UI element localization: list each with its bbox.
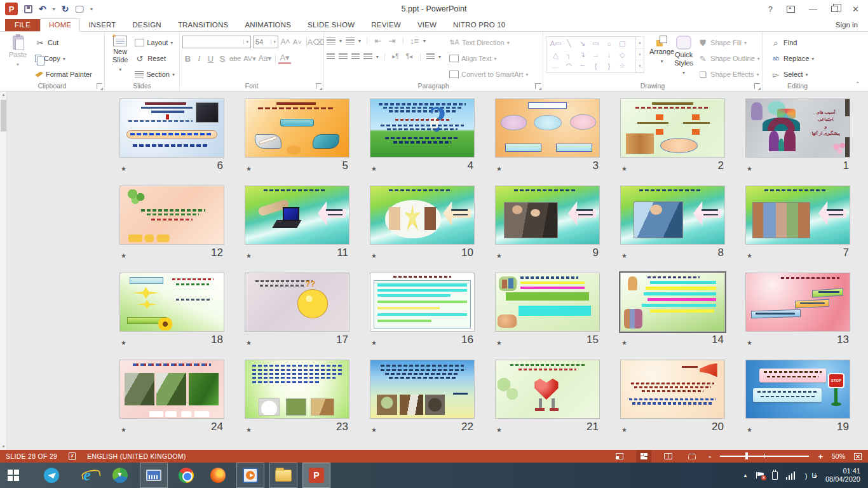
tab-transitions[interactable]: TRANSITIONS bbox=[170, 19, 237, 31]
slide-thumbnail[interactable]: STOP bbox=[745, 360, 850, 419]
tab-home[interactable]: HOME bbox=[40, 18, 80, 32]
slide-thumbnail[interactable] bbox=[119, 186, 224, 245]
tab-insert[interactable]: INSERT bbox=[80, 19, 124, 31]
slide-thumbnail[interactable] bbox=[620, 360, 725, 419]
new-slide-button[interactable]: New Slide▾ bbox=[107, 34, 133, 74]
replace-button[interactable]: abReplace▾ bbox=[769, 51, 816, 65]
zoom-slider-handle[interactable] bbox=[745, 452, 748, 459]
scroll-down-icon[interactable]: ▾ bbox=[0, 444, 7, 449]
tab-view[interactable]: VIEW bbox=[409, 19, 445, 31]
taskbar-chrome[interactable] bbox=[173, 463, 200, 488]
slide-thumbnail[interactable] bbox=[119, 273, 224, 332]
format-painter-button[interactable]: Format Painter bbox=[33, 67, 94, 81]
shape-effects-button[interactable]: ❏Shape Effects▾ bbox=[696, 67, 762, 81]
fit-slide-to-window-icon[interactable] bbox=[854, 453, 862, 460]
taskbar-powerpoint[interactable]: P bbox=[302, 463, 330, 488]
slide-thumbnail[interactable] bbox=[745, 186, 850, 245]
zoom-in-button[interactable]: + bbox=[818, 452, 823, 461]
slide-thumbnail[interactable] bbox=[245, 186, 349, 245]
align-text-button[interactable]: Align Text▾ bbox=[447, 51, 530, 65]
arrow-shape-icon[interactable]: ↘ bbox=[576, 38, 589, 49]
align-right-icon[interactable] bbox=[351, 53, 360, 60]
copy-button[interactable]: Copy▾ bbox=[33, 51, 94, 65]
line-spacing-icon[interactable]: ↕≡ bbox=[409, 36, 419, 46]
language-indicator[interactable]: ENGLISH (UNITED KINGDOM) bbox=[87, 452, 186, 460]
taskbar-download-manager[interactable] bbox=[107, 463, 133, 488]
increase-indent-icon[interactable]: ⇥ bbox=[387, 36, 397, 46]
shape-outline-button[interactable]: ✎Shape Outline▾ bbox=[696, 51, 762, 65]
numbering-icon[interactable] bbox=[346, 37, 355, 44]
taskbar-file-explorer[interactable] bbox=[269, 463, 297, 488]
taskbar-telegram[interactable] bbox=[38, 463, 65, 488]
slide-thumbnail[interactable] bbox=[370, 186, 475, 245]
taskbar-firefox[interactable] bbox=[205, 463, 231, 488]
right-arrow-shape-icon[interactable]: → bbox=[589, 50, 602, 60]
tab-file[interactable]: FILE bbox=[5, 19, 40, 31]
taskbar-clock[interactable]: 01:41 08/04/2020 bbox=[825, 467, 860, 484]
character-spacing-button[interactable]: AV▾ bbox=[243, 55, 257, 63]
align-left-icon[interactable] bbox=[327, 53, 335, 60]
zoom-level[interactable]: 50% bbox=[832, 452, 845, 460]
network-signal-icon[interactable] bbox=[786, 471, 796, 480]
slide-thumbnail[interactable] bbox=[495, 360, 600, 419]
slide-thumbnail[interactable]: ?? bbox=[245, 273, 349, 332]
italic-button[interactable]: I bbox=[194, 53, 205, 64]
slide-thumbnail[interactable] bbox=[245, 98, 349, 158]
shapes-gallery[interactable]: A▭╲↘▭○▢ △┐↴→↓◇ ﹏◠∼{}☆ bbox=[546, 36, 636, 73]
drawing-dialog-launcher[interactable] bbox=[754, 83, 760, 89]
zoom-slider[interactable] bbox=[720, 456, 809, 457]
tab-animations[interactable]: ANIMATIONS bbox=[236, 19, 299, 31]
triangle-shape-icon[interactable]: △ bbox=[549, 50, 562, 60]
elbow-arrow-connector-icon[interactable]: ↴ bbox=[576, 50, 589, 60]
cut-button[interactable]: ✂Cut bbox=[33, 36, 94, 50]
justify-icon[interactable] bbox=[363, 53, 372, 60]
clipboard-dialog-launcher[interactable] bbox=[97, 83, 102, 89]
tab-design[interactable]: DESIGN bbox=[125, 19, 170, 31]
bullets-icon[interactable] bbox=[327, 37, 336, 44]
start-from-beginning-icon[interactable]: 🖵 bbox=[75, 4, 84, 13]
underline-button[interactable]: U bbox=[205, 54, 216, 64]
zoom-out-button[interactable]: - bbox=[709, 452, 711, 461]
line-shape-icon[interactable]: ╲ bbox=[562, 38, 576, 49]
rounded-rectangle-shape-icon[interactable]: ▢ bbox=[616, 38, 629, 49]
tray-expand-icon[interactable]: ▲ bbox=[743, 473, 748, 478]
slide-thumbnail[interactable] bbox=[119, 98, 224, 158]
rtl-direction-icon[interactable]: ¶◂ bbox=[404, 51, 414, 62]
slide-thumbnail[interactable] bbox=[370, 360, 475, 419]
vertical-scrollbar[interactable]: ▴ ▾ bbox=[0, 92, 7, 450]
slide-thumbnail[interactable] bbox=[495, 186, 600, 245]
help-button[interactable]: ? bbox=[768, 5, 773, 13]
columns-icon[interactable] bbox=[426, 53, 435, 60]
shapes-gallery-scrollbar[interactable]: ▲▼▼̲ bbox=[636, 36, 644, 73]
ribbon-display-options-button[interactable] bbox=[787, 6, 795, 13]
redo-icon[interactable]: ↻ bbox=[62, 4, 69, 13]
quick-styles-button[interactable]: Quick Styles▾ bbox=[674, 34, 693, 77]
font-dialog-launcher[interactable] bbox=[316, 83, 322, 89]
tab-review[interactable]: REVIEW bbox=[363, 19, 409, 31]
right-brace-shape-icon[interactable]: } bbox=[602, 60, 616, 71]
input-language-indicator[interactable]: فا bbox=[811, 471, 817, 480]
change-case-button[interactable]: Aa▾ bbox=[257, 54, 273, 63]
taskbar-onscreen-keyboard[interactable] bbox=[140, 463, 168, 488]
undo-icon[interactable]: ↶ bbox=[39, 4, 46, 13]
clear-formatting-icon[interactable]: A⌫ bbox=[311, 37, 321, 47]
reset-button[interactable]: ↺Reset bbox=[133, 51, 177, 65]
slide-thumbnail[interactable] bbox=[119, 360, 224, 419]
text-direction-button[interactable]: ⇅AText Direction▾ bbox=[447, 36, 530, 50]
start-button[interactable] bbox=[0, 463, 27, 488]
elbow-connector-icon[interactable]: ┐ bbox=[562, 50, 576, 60]
scroll-up-icon[interactable]: ▴ bbox=[0, 92, 7, 97]
grow-font-icon[interactable]: A˄ bbox=[280, 37, 290, 47]
section-button[interactable]: Section▾ bbox=[133, 67, 177, 81]
font-name-combobox[interactable]: ▾ bbox=[182, 36, 251, 48]
rectangle-shape-icon[interactable]: ▭ bbox=[589, 38, 602, 49]
customize-qat-caret[interactable]: ▾ bbox=[90, 6, 93, 12]
powerpoint-app-icon[interactable]: P bbox=[5, 3, 18, 15]
reading-view-button[interactable] bbox=[660, 450, 675, 463]
slide-sorter-view-button[interactable] bbox=[636, 450, 651, 463]
spell-check-icon[interactable]: ✗ bbox=[69, 452, 76, 460]
shapes-scroll-up-icon[interactable]: ▲ bbox=[636, 37, 644, 49]
shrink-font-icon[interactable]: A˅ bbox=[292, 37, 302, 47]
star-shape-icon[interactable]: ☆ bbox=[616, 60, 629, 71]
textbox-shape-icon[interactable]: A▭ bbox=[549, 38, 562, 49]
